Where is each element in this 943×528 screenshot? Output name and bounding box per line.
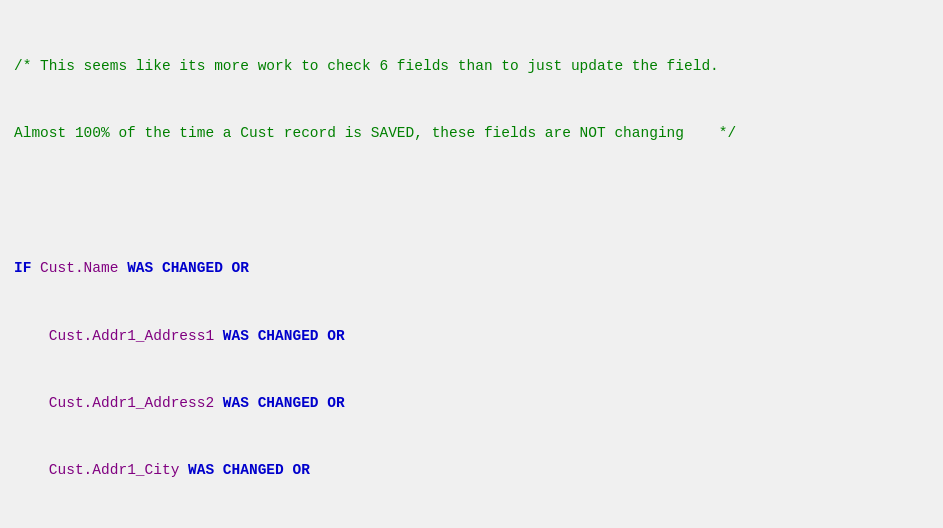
comment-line-1: /* This seems like its more work to chec… <box>14 55 929 77</box>
cust-addr1: Cust.Addr1_Address1 <box>49 328 214 344</box>
was-changed-4: WAS CHANGED OR <box>188 462 310 478</box>
city-line: Cust.Addr1_City WAS CHANGED OR <box>14 459 929 481</box>
blank-line-1 <box>14 190 929 212</box>
code-editor: /* This seems like its more work to chec… <box>0 0 943 528</box>
was-changed-2: WAS CHANGED OR <box>223 328 345 344</box>
if-line: IF Cust.Name WAS CHANGED OR <box>14 257 929 279</box>
was-changed-3: WAS CHANGED OR <box>223 395 345 411</box>
keyword-if: IF <box>14 260 31 276</box>
cust-addr2: Cust.Addr1_Address2 <box>49 395 214 411</box>
cust-name-1: Cust.Name <box>31 260 118 276</box>
addr2-line: Cust.Addr1_Address2 WAS CHANGED OR <box>14 392 929 414</box>
addr1-line: Cust.Addr1_Address1 WAS CHANGED OR <box>14 325 929 347</box>
cust-city: Cust.Addr1_City <box>49 462 180 478</box>
comment-line-2: Almost 100% of the time a Cust record is… <box>14 122 929 144</box>
was-changed-1: WAS CHANGED OR <box>127 260 249 276</box>
